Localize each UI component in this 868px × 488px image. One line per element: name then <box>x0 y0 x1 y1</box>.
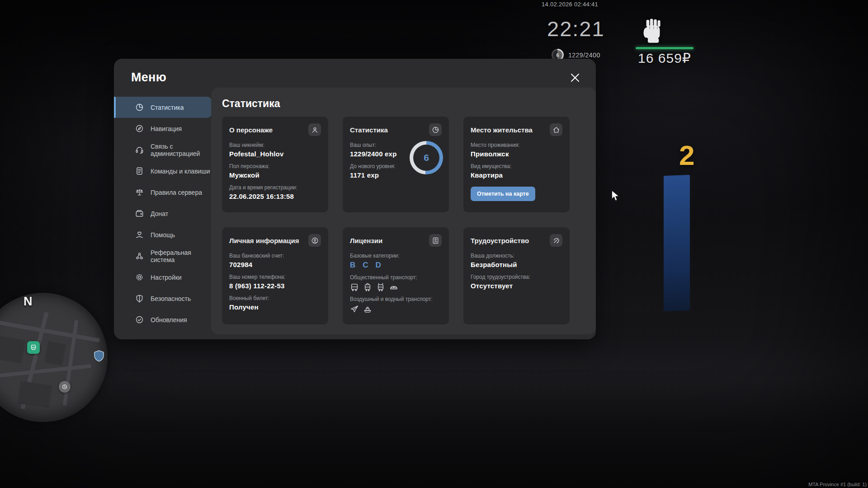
air-water-transport-icons <box>350 305 442 314</box>
sidebar-item-label: Реферальная система <box>151 249 210 263</box>
sidebar: Статистика Навигация Связь с администрац… <box>114 97 212 330</box>
field-job-city: Город трудоустройства: Отсутствует <box>471 274 562 290</box>
map-shield-icon <box>93 350 105 362</box>
sidebar-item-statistics[interactable]: Статистика <box>114 97 212 118</box>
tram-icon <box>363 283 372 292</box>
plane-icon <box>350 305 359 314</box>
license-category-c: C <box>363 261 368 270</box>
taxi-cap-icon <box>389 283 398 292</box>
sidebar-item-updates[interactable]: Обновления <box>114 309 212 330</box>
sidebar-item-label: Донат <box>151 210 210 217</box>
field-registration: Дата и время регистрации: 22.06.2025 16:… <box>229 184 321 200</box>
map-north-label: N <box>24 295 33 309</box>
card-title: Личная информация <box>229 237 299 244</box>
server-build-label: MTA Province #1 (build: 1) <box>808 482 867 487</box>
field-label: Место проживания: <box>471 142 562 148</box>
license-category-d: D <box>376 261 381 270</box>
field-label: До нового уровня: <box>350 163 404 169</box>
field-value: Безработный <box>471 261 562 268</box>
menu-panel: Меню Статистика Навигация <box>114 59 596 339</box>
field-exp: Ваш опыт: 1229/2400 exp <box>350 142 404 158</box>
licenses-public-label: Общественный транспорт: <box>350 274 442 281</box>
headset-icon <box>135 145 144 155</box>
field-property-type: Вид имущества: Квартира <box>471 163 562 179</box>
field-bank-account: Ваш банковский счет: 702984 <box>229 253 321 268</box>
sidebar-item-commands[interactable]: Команды и клавиши <box>114 160 212 182</box>
fist-icon <box>640 16 665 44</box>
card-licenses: Лицензии Базовые категории: B C D Общест… <box>343 227 449 324</box>
wallet-icon <box>135 209 144 218</box>
sidebar-item-navigation[interactable]: Навигация <box>114 118 212 139</box>
sidebar-item-settings[interactable]: Настройки <box>114 267 212 288</box>
card-title: О персонаже <box>229 126 273 134</box>
field-job: Ваша должность: Безработный <box>471 253 562 268</box>
bus-icon <box>350 283 359 292</box>
mark-on-map-button[interactable]: Отметить на карте <box>471 187 535 201</box>
field-label: Ваш банковский счет: <box>229 253 321 259</box>
id-card-icon <box>429 234 442 247</box>
card-personal: Личная информация Ваш банковский счет: 7… <box>222 227 328 324</box>
sidebar-item-rules[interactable]: Правила сервера <box>114 182 212 203</box>
shield-icon <box>135 294 144 303</box>
person-circle-icon <box>308 234 321 247</box>
sidebar-item-label: Обновления <box>151 316 210 324</box>
close-button[interactable] <box>569 71 581 84</box>
ship-icon <box>363 305 372 314</box>
hud-money: 16 659₽ <box>634 50 695 66</box>
field-value: 1171 exp <box>350 171 404 179</box>
level-value: 6 <box>413 145 439 171</box>
sidebar-item-label: Настройки <box>151 274 210 281</box>
money-progress-bar <box>636 47 693 49</box>
licenses-basic-label: Базовые категории: <box>350 253 442 259</box>
sidebar-item-referral[interactable]: Реферальная система <box>114 245 212 267</box>
sidebar-item-security[interactable]: Безопасность <box>114 288 212 309</box>
licenses-air-label: Воздушный и водный транспорт: <box>350 296 442 302</box>
compass-icon <box>135 124 144 133</box>
field-next-level: До нового уровня: 1171 exp <box>350 163 404 179</box>
network-icon <box>135 252 144 261</box>
close-icon <box>570 72 580 83</box>
scales-icon <box>135 188 144 197</box>
field-phone: Ваш номер телефона: 8 (963) 112-22-53 <box>229 274 321 290</box>
card-stats: Статистика Ваш опыт: 1229/2400 exp До но… <box>343 117 449 212</box>
house-icon <box>550 123 562 136</box>
sidebar-item-donate[interactable]: Донат <box>114 203 212 224</box>
map-bus-stop-icon <box>27 341 40 354</box>
field-value: Квартира <box>471 171 562 179</box>
field-label: Вид имущества: <box>471 163 562 169</box>
pickaxe-icon <box>550 234 562 247</box>
sidebar-item-label: Правила сервера <box>151 189 210 196</box>
field-value: Отсутствует <box>471 282 562 290</box>
content-title: Статистика <box>222 98 280 110</box>
card-employment: Трудоустройство Ваша должность: Безработ… <box>463 227 570 324</box>
level-progress-ring: 6 <box>410 141 443 174</box>
sidebar-item-label: Помощь <box>151 231 210 239</box>
field-label: Ваш номер телефона: <box>229 274 321 280</box>
license-categories: B C D <box>350 261 442 270</box>
hud-datetime: 14.02.2026 02:44:41 <box>542 1 598 8</box>
sidebar-item-help[interactable]: Помощь <box>114 224 212 245</box>
field-nickname: Ваш никнейм: Pofestal_Hohlov <box>229 142 321 158</box>
pie-chart-icon <box>429 123 442 136</box>
field-residence-city: Место проживания: Приволжск <box>471 142 562 158</box>
gear-icon <box>135 273 144 282</box>
field-label: Ваша должность: <box>471 253 562 259</box>
field-value: Мужской <box>229 171 321 179</box>
sidebar-item-admin-contact[interactable]: Связь с администрацией <box>114 139 212 160</box>
content-area: Статистика О персонаже Ваш никнейм: Pofe… <box>211 88 596 334</box>
document-lines-icon <box>135 167 144 176</box>
card-title: Лицензии <box>350 237 382 244</box>
menu-title: Меню <box>131 70 166 84</box>
field-value: 702984 <box>229 261 321 268</box>
field-label: Ваш опыт: <box>350 142 404 148</box>
field-label: Ваш никнейм: <box>229 142 321 148</box>
card-residence: Место жительства Место проживания: Приво… <box>463 117 570 212</box>
heart-care-icon <box>135 230 144 239</box>
sidebar-item-label: Безопасность <box>151 295 210 302</box>
person-icon <box>308 123 321 136</box>
hud-level-value: 6 <box>553 50 562 60</box>
field-value: Приволжск <box>471 150 562 158</box>
sidebar-item-label: Связь с администрацией <box>151 143 210 157</box>
card-title: Место жительства <box>471 126 533 134</box>
field-label: Дата и время регистрации: <box>229 184 321 191</box>
